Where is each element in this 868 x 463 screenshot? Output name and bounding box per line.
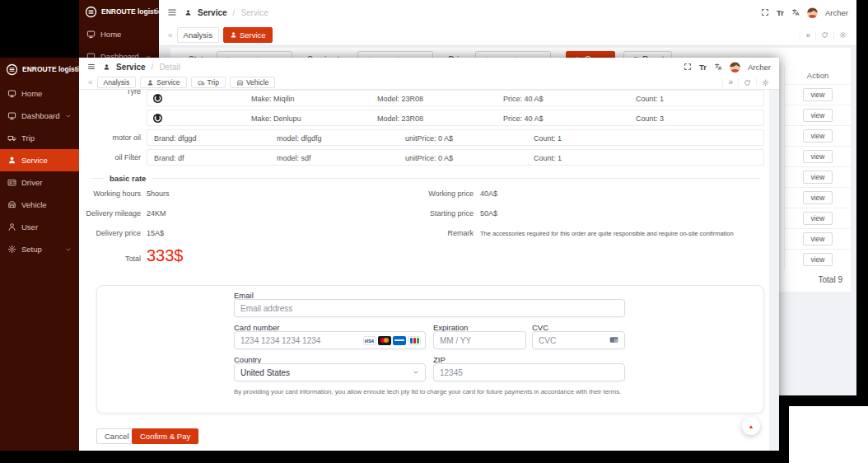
view-button[interactable]: view <box>803 253 832 266</box>
sidebar-item-home[interactable]: Home <box>0 82 79 105</box>
mastercard-icon <box>378 336 391 345</box>
view-button[interactable]: view <box>803 171 832 184</box>
breadcrumb-section[interactable]: Service <box>116 63 146 72</box>
payment-disclaimer: By providing your card information, you … <box>234 388 629 395</box>
tyre-count: Count: 3 <box>636 115 664 123</box>
sidebar-item-vehicle[interactable]: Vehicle <box>0 194 79 216</box>
action-column-header: Action <box>785 66 851 84</box>
tyre-model: Model: 23R08 <box>377 95 423 103</box>
confirm-pay-button[interactable]: Confirm & Pay <box>132 428 198 444</box>
gear-icon <box>7 245 16 254</box>
collapse-menu-icon[interactable] <box>87 63 96 71</box>
table-row: view <box>785 208 851 228</box>
truck-icon <box>198 79 205 87</box>
avatar-face-icon <box>807 7 818 18</box>
card-brand-icons: VISA <box>363 336 421 345</box>
tyre-icon <box>152 93 163 104</box>
sidebar-item-user[interactable]: User <box>0 216 79 238</box>
tyre-label: Tyre <box>79 90 141 96</box>
total-value: 333$ <box>147 246 184 265</box>
motor-oil-label: motor oil <box>79 133 141 142</box>
tab-analysis[interactable]: Analysis <box>97 77 137 88</box>
sidebar-item-dashboard[interactable]: Dashboard <box>0 105 79 127</box>
action-column: Action view view view view view view vie… <box>784 66 851 269</box>
delivery-price-label: Delivery price <box>79 229 141 237</box>
delivery-mileage-label: Delivery mileage <box>79 209 141 217</box>
tab-trip[interactable]: Trip <box>191 77 226 88</box>
view-button[interactable]: view <box>803 191 832 204</box>
chevron-down-icon <box>65 113 72 119</box>
tabs-scroll-right-icon[interactable]: » <box>800 31 815 40</box>
tabs-scroll-right-icon[interactable]: » <box>722 78 738 87</box>
tab-settings-gear-icon[interactable] <box>833 31 852 40</box>
pagination-total: Total 9 <box>819 275 842 284</box>
view-button[interactable]: view <box>803 109 832 122</box>
sidebar-item-home[interactable]: Home <box>79 23 159 45</box>
refresh-icon[interactable] <box>815 31 833 40</box>
oil-filter-brand: Brand: df <box>154 154 184 162</box>
cvc-card-icon <box>608 335 620 344</box>
sidebar-item-trip[interactable]: Trip <box>0 127 79 149</box>
window-fragment <box>789 406 868 463</box>
tab-service[interactable]: Service <box>140 77 186 88</box>
chevron-down-icon <box>65 246 72 253</box>
table-row: view <box>785 146 851 166</box>
view-button[interactable]: view <box>803 88 832 101</box>
view-button[interactable]: view <box>803 150 832 163</box>
language-icon[interactable] <box>714 63 722 71</box>
tabs-scroll-left-icon[interactable]: « <box>164 31 177 40</box>
driver-idcard-icon <box>7 178 16 187</box>
email-field[interactable] <box>234 299 625 317</box>
dashboard-icon <box>7 111 16 120</box>
translate-tr-icon[interactable]: Tr <box>699 63 707 72</box>
sidebar-item-setup[interactable]: Setup <box>0 238 79 260</box>
working-hours-label: Working hours <box>79 189 141 198</box>
tab-vehicle[interactable]: Vehicle <box>230 77 275 88</box>
home-icon <box>7 89 16 98</box>
desktop-canvas: ENROUTE logistics Home Dashboard Trip Se… <box>0 0 868 463</box>
brand: ENROUTE logistics <box>0 58 79 81</box>
avatar[interactable] <box>807 7 818 18</box>
language-icon[interactable] <box>791 8 800 16</box>
tabs-scroll-left-icon[interactable]: « <box>84 78 97 87</box>
view-button[interactable]: view <box>803 129 832 143</box>
refresh-icon[interactable] <box>738 78 756 87</box>
starting-price-label: Starting price <box>326 209 474 217</box>
tyre-make: Make: Denlupu <box>251 115 301 123</box>
avatar[interactable] <box>730 62 740 72</box>
working-price-label: Working price <box>326 189 474 198</box>
expiration-field[interactable] <box>433 331 526 349</box>
view-button[interactable]: view <box>803 232 832 246</box>
sidebar-item-driver[interactable]: Driver <box>0 171 79 194</box>
sidebar-item-service[interactable]: Service <box>0 149 79 171</box>
country-select[interactable]: United States <box>234 363 426 381</box>
svg-text:VISA: VISA <box>365 338 375 343</box>
tyre-row: Make: Denlupu Model: 23R08 Price: 40 A$ … <box>147 110 764 126</box>
table-row: view <box>785 228 851 249</box>
payment-form: Email Card number VISA <box>234 286 625 413</box>
top-header: Service / Detail Tr Archer <box>79 58 779 76</box>
fullscreen-icon[interactable] <box>761 8 769 16</box>
fullscreen-icon[interactable] <box>684 63 692 71</box>
breadcrumb-section[interactable]: Service <box>198 8 227 17</box>
tab-settings-gear-icon[interactable] <box>756 78 774 87</box>
translate-tr-icon[interactable]: Tr <box>777 8 784 17</box>
delivery-mileage-value: 24KM <box>147 209 166 217</box>
remark-value: The accessories required for this order … <box>480 230 734 237</box>
brand: ENROUTE logistics <box>79 0 159 23</box>
tab-service[interactable]: Service <box>223 27 273 43</box>
tab-analysis[interactable]: Analysis <box>177 27 219 43</box>
back-to-top-button[interactable]: ▲ <box>742 417 760 435</box>
service-person-icon <box>147 79 154 87</box>
service-person-icon <box>230 31 237 39</box>
amex-icon <box>393 336 406 345</box>
page-tabbar: « Analysis Service » <box>159 25 856 46</box>
tyre-row: Make: Miqilin Model: 23R08 Price: 40 A$ … <box>147 90 764 106</box>
zip-field[interactable] <box>433 363 625 381</box>
starting-price-value: 50A$ <box>480 209 497 217</box>
view-button[interactable]: view <box>803 212 832 225</box>
breadcrumb-service-icon <box>184 9 192 16</box>
detail-window: ENROUTE logistics Home Dashboard Trip Se… <box>0 58 779 451</box>
collapse-menu-icon[interactable] <box>167 7 177 17</box>
table-row: view <box>785 249 851 269</box>
